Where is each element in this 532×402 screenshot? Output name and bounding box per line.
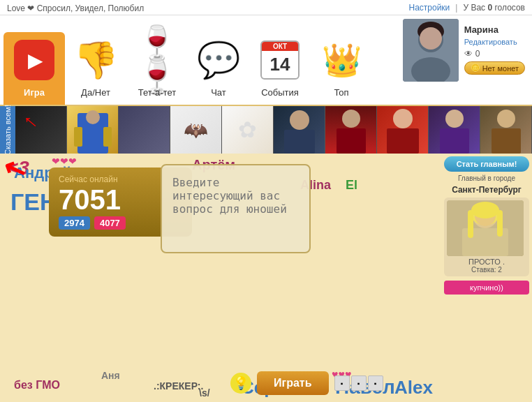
svg-rect-17 (440, 128, 469, 154)
svg-rect-9 (103, 127, 112, 147)
nav-item-chat[interactable]: 💬 Чат (188, 32, 249, 105)
photo-item-10[interactable] (480, 106, 532, 154)
user-info: Марина Редактировать 👁 0 🪙 Нет монет (464, 19, 525, 75)
nav-item-danet[interactable]: 👎 Да/Нет (65, 32, 126, 105)
photo-item-7[interactable] (325, 106, 377, 154)
nav-label-chat: Чат (211, 87, 226, 101)
nav-label-events: События (261, 87, 299, 101)
mini-btn-3[interactable]: ▪ (368, 375, 383, 391)
say-all-button[interactable]: Сказать всем! (0, 106, 15, 154)
float-name-anya: Аня (101, 370, 120, 381)
nav-label-tetatет: Тет-а-тет (138, 87, 176, 101)
float-name-el: El (346, 178, 357, 193)
photo-item-9[interactable] (429, 106, 480, 154)
nav-label-igra: Игра (24, 87, 45, 101)
right-sidebar: Стать главным! Главный в городе Санкт-Пе… (441, 154, 532, 402)
nav-item-igra[interactable]: Игра (3, 32, 65, 105)
wine-icon: 🍷🍷 (136, 27, 178, 94)
brand-area: Love ❤ Спросил, Увидел, Полюбил (7, 1, 144, 14)
question-textarea[interactable] (172, 176, 299, 239)
featured-name: ПРОСТО . (447, 258, 526, 266)
batman-icon: 🦇 (184, 119, 208, 142)
float-name-s: \s/ (199, 387, 210, 399)
user-profile: Марина Редактировать 👁 0 🪙 Нет монет (403, 19, 525, 82)
svg-rect-11 (284, 130, 315, 154)
user-name: Марина (464, 24, 525, 35)
coin-icon: 🪙 (471, 64, 480, 73)
play-game-button[interactable]: Играть (257, 371, 329, 395)
votes-text: У Вас 0 голосов (463, 3, 525, 13)
city-name: Санкт-Петербург (444, 185, 529, 195)
svg-point-4 (420, 27, 442, 50)
svg-rect-26 (468, 210, 473, 238)
calendar-day: 14 (262, 51, 298, 78)
photos-row: 🦇 ✿ (15, 106, 532, 154)
svg-rect-27 (497, 210, 503, 237)
igra-icon-wrap (13, 36, 55, 84)
photo-strip: Сказать всем! 🦇 ✿ (0, 106, 532, 154)
bulb-icon: 💡 (230, 373, 251, 394)
top-nav: Love ❤ Спросил, Увидел, Полюбил Настройк… (0, 0, 532, 15)
svg-point-18 (497, 110, 515, 128)
question-box[interactable] (161, 164, 311, 253)
calendar-month: ОКТ (262, 42, 298, 51)
edit-profile-link[interactable]: Редактировать (464, 38, 525, 46)
svg-rect-15 (387, 128, 419, 154)
float-name-bez-gmo: без ГМО (14, 379, 60, 392)
svg-point-7 (86, 110, 100, 124)
stake-label: Ставка: 2 (447, 266, 526, 274)
svg-point-25 (471, 202, 499, 218)
crown-icon-wrap: 👑 (320, 36, 362, 84)
svg-point-14 (393, 109, 413, 128)
play-btn-area: 💡 Играть ▪ ▪ ▪ (230, 371, 383, 395)
featured-avatar (447, 200, 524, 256)
no-coins-button[interactable]: 🪙 Нет монет (464, 61, 525, 75)
photo-item-2[interactable] (67, 106, 119, 154)
mini-btn-2[interactable]: ▪ (351, 375, 367, 391)
photo-item-5[interactable]: ✿ (222, 106, 274, 154)
thumbs-icon: 👎 (73, 42, 119, 78)
user-avatar (403, 19, 459, 82)
svg-point-10 (290, 110, 309, 130)
featured-user: ПРОСТО . Ставка: 2 (444, 198, 529, 276)
photo-item-8[interactable] (377, 106, 429, 154)
become-main-button[interactable]: Стать главным! (444, 156, 529, 172)
play-icon (14, 40, 54, 80)
svg-point-16 (445, 110, 464, 128)
calendar-icon-wrap: ОКТ 14 (259, 36, 301, 84)
float-name-kreker: .:КРЕКЕР:. (154, 380, 203, 392)
top-nav-right: Настройки | У Вас 0 голосов (408, 3, 525, 13)
mini-buttons: ▪ ▪ ▪ (334, 375, 383, 391)
city-label: Главный в городе (444, 174, 529, 182)
mini-btn-1[interactable]: ▪ (334, 375, 350, 391)
photo-item-6[interactable] (274, 106, 325, 154)
crown-icon: 👑 (322, 44, 362, 76)
photo-item-4[interactable]: 🦇 (170, 106, 222, 154)
eye-icon: 👁 (464, 49, 473, 59)
chat-icon: 💬 (197, 43, 240, 77)
kupchino-button[interactable]: купчино)) (444, 281, 529, 295)
svg-point-12 (342, 110, 360, 128)
divider: | (455, 3, 457, 13)
nav-label-danet: Да/Нет (81, 87, 110, 101)
svg-rect-19 (492, 128, 521, 154)
nav-item-events[interactable]: ОКТ 14 События (249, 32, 311, 105)
online-female: 4077 (94, 216, 126, 230)
calendar-icon: ОКТ 14 (260, 40, 300, 80)
settings-link[interactable]: Настройки (408, 3, 450, 13)
chat-icon-wrap: 💬 (198, 36, 239, 84)
flower-icon: ✿ (238, 117, 257, 143)
wine-icon-wrap: 🍷🍷 (136, 36, 178, 84)
main-nav: Игра 👎 Да/Нет 🍷🍷 Тет-а-тет 💬 Чат ОКТ 14 … (0, 15, 532, 106)
danet-icon-wrap: 👎 (75, 36, 117, 84)
view-count: 👁 0 (464, 49, 525, 59)
svg-rect-8 (74, 127, 82, 147)
avatar-image (403, 19, 459, 82)
brand-text: Love ❤ Спросил, Увидел, Полюбил (7, 3, 144, 13)
nav-label-top: Топ (334, 87, 348, 101)
nav-item-tetatет[interactable]: 🍷🍷 Тет-а-тет (126, 32, 188, 105)
nav-item-top[interactable]: 👑 Топ (311, 32, 372, 105)
content-area: <3 ❤❤❤❤❤❤❤❤❤❤❤❤❤❤❤❤❤ Андрей ГЕНИЙ без ГМ… (0, 154, 532, 402)
photo-item-3[interactable] (119, 106, 170, 154)
view-number: 0 (475, 49, 480, 59)
